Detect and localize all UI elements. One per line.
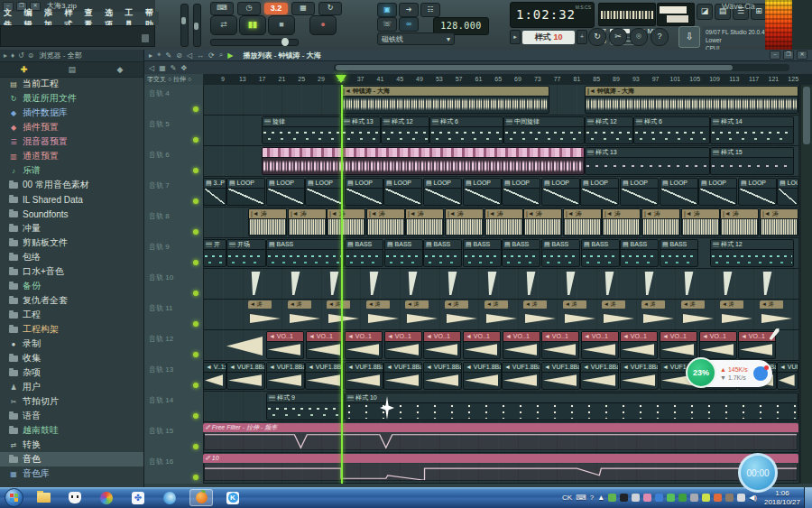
sidebar-item-19[interactable]: 收集 bbox=[0, 351, 143, 365]
clip-开场[interactable]: ▤ 开场 bbox=[226, 239, 266, 267]
track-mute-led[interactable] bbox=[193, 383, 198, 388]
browser-tab-2[interactable]: ◆ bbox=[116, 65, 123, 74]
tray-glyph-0[interactable]: ⌨ bbox=[576, 494, 586, 502]
track-mute-led[interactable] bbox=[193, 137, 198, 143]
sidebar-item-4[interactable]: ☰混音器预置 bbox=[0, 134, 143, 149]
tray-icon-2[interactable] bbox=[632, 494, 640, 502]
tray-icon-9[interactable] bbox=[714, 494, 722, 502]
taskbar-app-foobar[interactable] bbox=[63, 489, 87, 506]
output-waveform-monitor[interactable] bbox=[598, 3, 656, 26]
clip-LOOP[interactable]: ▤ LOOP bbox=[423, 178, 462, 206]
sidebar-item-25[interactable]: ⇄转换 bbox=[0, 438, 143, 452]
track-lane[interactable]: ▤ 样式 9▤ 样式 10 bbox=[203, 392, 798, 422]
sidebar-item-18[interactable]: ●录制 bbox=[0, 337, 143, 351]
toolbar-utility-icon-3[interactable]: ? bbox=[651, 28, 669, 46]
clip-VUF1.8Bars[interactable]: ◄ VUF1.8Bars bbox=[383, 362, 422, 390]
download-icon[interactable]: ⇩ bbox=[678, 26, 700, 48]
clip-涛[interactable]: |◄ 涛 bbox=[405, 208, 444, 236]
clip-VUF1.8Bars[interactable]: ◄ VUF1.8Bars bbox=[580, 362, 619, 390]
clip-dc[interactable] bbox=[368, 270, 381, 298]
master-volume-slider[interactable] bbox=[180, 4, 189, 47]
clip-LOOP[interactable]: ▤ LOOP bbox=[463, 178, 502, 206]
playlist-tool-icon-3[interactable]: ⊘ bbox=[176, 51, 182, 60]
pattern-prev-button[interactable]: ▸ bbox=[510, 30, 521, 44]
peak-meter-monitor[interactable] bbox=[657, 3, 695, 26]
track-label-cell[interactable]: 音轨 15 bbox=[144, 422, 204, 453]
tray-icon-3[interactable] bbox=[643, 494, 651, 502]
clip-涛[interactable]: |◄ 涛 bbox=[484, 208, 523, 236]
clip-BASS[interactable]: ▤ BASS bbox=[384, 239, 423, 267]
track-mute-led[interactable] bbox=[193, 199, 198, 204]
clip-钟镇涛 - 大海[interactable]: |◄ 钟镇涛 - 大海 bbox=[585, 86, 798, 114]
toolbar-utility-icon-0[interactable]: ↻ bbox=[588, 28, 606, 46]
shuffle-button[interactable]: ⇄ bbox=[210, 15, 237, 35]
toolbar-utility-icon-2[interactable]: ⌾ bbox=[630, 28, 648, 46]
track-label-cell[interactable]: 音轨 8 bbox=[144, 208, 204, 238]
speaker-icon[interactable]: ◀) bbox=[749, 494, 757, 502]
clip-10[interactable]: ✐ 10 bbox=[203, 454, 798, 482]
clip-dc[interactable] bbox=[447, 270, 459, 298]
taskbar-app-colorwheel[interactable] bbox=[95, 489, 118, 506]
clip-涛[interactable]: |◄ 涛 bbox=[248, 208, 287, 236]
clip-VO..1[interactable]: ◄ VO..1 bbox=[423, 331, 461, 359]
playlist-tool-icon-1[interactable]: ⌖ bbox=[157, 51, 161, 60]
track-mute-led[interactable] bbox=[193, 444, 198, 449]
clip-样式 15[interactable]: ▤ 样式 15 bbox=[710, 147, 794, 175]
clip-钟镇涛 - 大海[interactable]: |◄ 钟镇涛 - 大海 bbox=[340, 86, 549, 114]
playlist-tool-icon-2[interactable]: ✎ bbox=[166, 51, 172, 60]
clip-LOOP[interactable]: ▤ LOOP bbox=[541, 178, 580, 206]
track-label-cell[interactable]: 音轨 7 bbox=[144, 177, 204, 208]
track-lane[interactable]: |◄ 涛|◄ 涛|◄ 涛|◄ 涛|◄ 涛|◄ 涛|◄ 涛|◄ 涛|◄ 涛|◄ 涛… bbox=[203, 208, 798, 238]
browser-tab-1[interactable]: ▤ bbox=[69, 65, 77, 74]
tray-glyph-1[interactable]: ? bbox=[590, 494, 594, 502]
clip-VO..1[interactable]: ◄ VO..1 bbox=[384, 331, 422, 359]
clip-LOOP[interactable]: ▤ LOOP bbox=[305, 178, 344, 206]
clip-vo0[interactable] bbox=[226, 331, 265, 359]
taskbar-clock[interactable]: 1:06 2018/10/27 bbox=[764, 489, 800, 507]
clip-BASS[interactable]: ▤ BASS bbox=[345, 239, 383, 267]
clip-涛[interactable]: ◄ 涛 bbox=[445, 300, 483, 328]
sidebar-item-1[interactable]: ↻最近所用文件 bbox=[0, 91, 143, 106]
playhead-line[interactable] bbox=[341, 85, 343, 484]
show-desktop-button[interactable] bbox=[804, 487, 812, 508]
track-lane[interactable]: ◄ 涛◄ 涛◄ 涛◄ 涛◄ 涛◄ 涛◄ 涛◄ 涛◄ 涛◄ 涛◄ 涛◄ 涛◄ 涛◄… bbox=[203, 300, 798, 330]
clip-LOOP[interactable]: ▤ LOOP bbox=[226, 178, 265, 206]
clip-VUF1.8Bars[interactable]: ◄ VUF1.8Bars bbox=[502, 362, 540, 390]
clip-LOOP[interactable]: ▤ LOOP bbox=[580, 178, 619, 206]
playlist-window-button-0[interactable]: – bbox=[770, 51, 780, 60]
tray-icon-0[interactable] bbox=[608, 494, 616, 502]
downloader-app-icon[interactable] bbox=[753, 366, 768, 381]
clip-涛[interactable]: ◄ 涛 bbox=[760, 300, 798, 328]
record-button[interactable]: ● bbox=[309, 15, 337, 35]
clip-dc[interactable] bbox=[643, 270, 656, 298]
clip-VUF1.8Bars[interactable]: ◄ VUF1.8Bars bbox=[345, 362, 383, 390]
clip-涛[interactable]: ◄ 涛 bbox=[248, 300, 286, 328]
clip-涛[interactable]: ◄ 涛 bbox=[484, 300, 522, 328]
track-mute-led[interactable] bbox=[193, 260, 198, 265]
clip-中间旋律[interactable]: ▤ 中间旋律 bbox=[503, 116, 585, 144]
clip-样式 6[interactable]: ▤ 样式 6 bbox=[429, 116, 503, 144]
clip-涛[interactable]: |◄ 涛 bbox=[760, 208, 798, 236]
clip-dc[interactable] bbox=[250, 270, 263, 298]
clip-涛[interactable]: |◄ 涛 bbox=[327, 208, 365, 236]
clip-涛[interactable]: |◄ 涛 bbox=[681, 208, 720, 236]
start-button[interactable] bbox=[5, 488, 23, 507]
toolbar-window-icon-0[interactable]: ◪ bbox=[697, 4, 713, 20]
track-label-cell[interactable]: 音轨 5 bbox=[144, 115, 204, 146]
track-label-cell[interactable]: 音轨 4 bbox=[144, 85, 204, 115]
vertical-scrollbar[interactable] bbox=[801, 85, 812, 484]
sidebar-item-8[interactable]: IL Shared Data bbox=[0, 192, 143, 207]
playlist-tool-icon-6[interactable]: ⟳ bbox=[208, 51, 215, 60]
clip-dc[interactable] bbox=[525, 270, 538, 298]
tray-icon-11[interactable] bbox=[737, 494, 745, 502]
browser-header-icon-2[interactable]: ↺ bbox=[18, 51, 24, 60]
taskbar-app-kugou[interactable]: K bbox=[221, 489, 245, 506]
taskbar-app-browser[interactable] bbox=[158, 489, 181, 506]
track-label-cell[interactable]: 音轨 11 bbox=[144, 300, 204, 330]
clip-dc[interactable] bbox=[328, 270, 341, 298]
clip-BASS[interactable]: ▤ BASS bbox=[620, 239, 659, 267]
tray-icon-10[interactable] bbox=[725, 494, 734, 502]
pattern-song-switch[interactable]: ▣ bbox=[377, 3, 397, 17]
playlist-sub-icon-3[interactable]: ◁ bbox=[149, 64, 154, 72]
sidebar-item-0[interactable]: ▤当前工程 bbox=[0, 77, 143, 91]
